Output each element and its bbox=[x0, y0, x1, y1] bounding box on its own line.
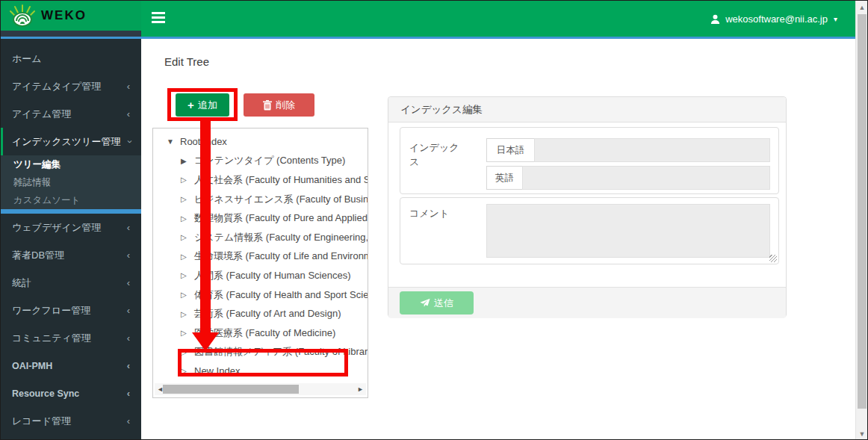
sidebar-item-home[interactable]: ホーム bbox=[1, 45, 141, 72]
logo[interactable]: WEKO bbox=[1, 1, 141, 31]
sidebar-item-indextree[interactable]: インデックスツリー管理 ‹ bbox=[1, 128, 141, 155]
expander-closed-icon[interactable]: ▷ bbox=[181, 252, 194, 261]
sidebar-item-itemtype[interactable]: アイテムタイプ管理 ‹ bbox=[1, 72, 141, 100]
trash-icon bbox=[263, 100, 272, 111]
delete-index-button[interactable]: 削除 bbox=[244, 93, 314, 117]
chevron-left-icon: ‹ bbox=[127, 222, 130, 233]
expander-closed-icon[interactable]: ▷ bbox=[181, 233, 194, 241]
user-menu[interactable]: wekosoftware@nii.ac.jp ▾ bbox=[710, 1, 837, 37]
add-button-label: 追加 bbox=[198, 99, 217, 112]
tree-item-new-index[interactable]: ▷New Index bbox=[153, 362, 368, 381]
subitem-label: ツリー編集 bbox=[13, 158, 61, 171]
tree-item[interactable]: ▷図書館情報メディア系 (Faculty of Library, Informa… bbox=[153, 343, 368, 362]
comment-textarea[interactable] bbox=[486, 204, 770, 258]
expander-closed-icon[interactable]: ▷ bbox=[181, 348, 194, 356]
scrollbar-thumb[interactable] bbox=[163, 385, 299, 394]
expander-closed-icon[interactable]: ▷ bbox=[181, 271, 194, 279]
add-index-button[interactable]: + 追加 bbox=[176, 93, 229, 117]
weko-logo-icon bbox=[10, 4, 35, 27]
tree-item[interactable]: ▷システム情報系 (Faculty of Engineering, Inform… bbox=[153, 228, 368, 247]
tree-item-label: 図書館情報メディア系 (Faculty of Library, Informat… bbox=[194, 345, 368, 359]
sidebar-item-label: ホーム bbox=[12, 52, 42, 66]
chevron-left-icon: ‹ bbox=[127, 250, 130, 261]
tree-item[interactable]: ▶コンテンツタイプ (Contents Type) bbox=[153, 152, 368, 171]
sidebar-subitem-custom-sort[interactable]: カスタムソート bbox=[1, 191, 141, 209]
sidebar-item-items[interactable]: アイテム管理 ‹ bbox=[1, 100, 141, 128]
tree-item-root[interactable]: ▼Root Index bbox=[153, 132, 368, 152]
edit-panel-title: インデックス編集 bbox=[388, 97, 786, 123]
sidebar-item-label: レコード管理 bbox=[12, 415, 71, 428]
sidebar-item-label: ワークフロー管理 bbox=[12, 304, 90, 317]
expander-closed-icon[interactable]: ▷ bbox=[181, 329, 194, 337]
tree-item[interactable]: ▷人文社会系 (Faculty of Humanities and Social… bbox=[153, 170, 368, 190]
delete-button-label: 削除 bbox=[276, 99, 295, 112]
comment-field-label: コメント bbox=[409, 207, 465, 221]
submit-button-label: 送信 bbox=[434, 297, 453, 310]
sidebar-nav: ホーム アイテムタイプ管理 ‹ アイテム管理 ‹ インデックスツリー管理 ‹ ツ… bbox=[1, 39, 141, 440]
index-name-ja-input[interactable] bbox=[534, 138, 770, 162]
sidebar-item-authordb[interactable]: 著者DB管理 ‹ bbox=[1, 241, 141, 269]
expander-open-icon[interactable]: ▼ bbox=[167, 137, 180, 146]
tree-item[interactable]: ▷体育系 (Faculty of Health and Sport Scienc… bbox=[153, 285, 368, 305]
expander-closed-icon[interactable]: ▷ bbox=[181, 310, 194, 318]
sidebar-item-workflow[interactable]: ワークフロー管理 ‹ bbox=[1, 297, 141, 324]
tree-horizontal-scrollbar[interactable]: ◄ ► bbox=[155, 383, 366, 395]
expander-closed-icon[interactable]: ▷ bbox=[181, 195, 194, 203]
tree-item[interactable]: ▷数理物質系 (Faculty of Pure and Applied Scie… bbox=[153, 208, 368, 228]
tree-item[interactable]: ▷人間系 (Faculty of Human Sciences) bbox=[153, 266, 368, 285]
expander-closed-icon[interactable]: ▶ bbox=[181, 157, 194, 165]
expander-closed-icon[interactable]: ▷ bbox=[181, 367, 194, 375]
expander-closed-icon[interactable]: ▷ bbox=[181, 214, 194, 223]
sidebar-item-community[interactable]: コミュニティ管理 ‹ bbox=[1, 324, 141, 352]
tree-item-label: 人間系 (Faculty of Human Sciences) bbox=[194, 269, 351, 282]
scroll-right-icon[interactable]: ► bbox=[357, 385, 364, 393]
tree-item[interactable]: ▷医学医療系 (Faculty of Medicine) bbox=[153, 323, 368, 343]
tree-item[interactable]: ▷芸術系 (Faculty of Art and Design) bbox=[153, 304, 368, 323]
page-vertical-scrollbar[interactable]: ▲ ▼ bbox=[855, 1, 867, 440]
lang-en-addon: 英語 bbox=[486, 166, 522, 190]
sidebar-item-resourcesync[interactable]: Resource Sync ‹ bbox=[1, 379, 141, 407]
sidebar-item-oaipmh[interactable]: OAI-PMH ‹ bbox=[1, 352, 141, 379]
tree-item-label: システム情報系 (Faculty of Engineering, Informa… bbox=[194, 231, 368, 244]
tree-item-label: ビジネスサイエンス系 (Faculty of Business Sciences… bbox=[194, 193, 368, 206]
chevron-left-icon: ‹ bbox=[127, 332, 130, 344]
expander-closed-icon[interactable]: ▷ bbox=[181, 176, 194, 184]
menu-toggle-icon[interactable] bbox=[152, 12, 167, 25]
chevron-left-icon: ‹ bbox=[127, 81, 130, 92]
index-name-fieldset: インデックス 日本語 英語 bbox=[400, 127, 779, 194]
scroll-down-icon[interactable]: ▼ bbox=[856, 430, 868, 438]
tree-item[interactable]: ▷生命環境系 (Faculty of Life and Environmenta… bbox=[153, 247, 368, 267]
caret-down-icon: ▾ bbox=[834, 15, 837, 23]
tree-item-label: 芸術系 (Faculty of Art and Design) bbox=[194, 307, 341, 320]
tree-item-label: 数理物質系 (Faculty of Pure and Applied Scien… bbox=[194, 211, 368, 225]
tree-item[interactable]: ▷ビジネスサイエンス系 (Faculty of Business Science… bbox=[153, 190, 368, 209]
sidebar-subitem-journal-info[interactable]: 雑誌情報 bbox=[1, 173, 141, 191]
sidebar-subitem-tree-edit[interactable]: ツリー編集 bbox=[1, 155, 141, 173]
sidebar-item-webdesign[interactable]: ウェブデザイン管理 ‹ bbox=[1, 214, 141, 241]
sidebar-item-label: インデックスツリー管理 bbox=[12, 135, 120, 149]
tree-item-label: 生命環境系 (Faculty of Life and Environmental… bbox=[194, 250, 368, 263]
tree-item-label: 人文社会系 (Faculty of Humanities and Social … bbox=[194, 173, 368, 187]
textarea-resize-handle[interactable] bbox=[769, 255, 777, 262]
tree-item-label: New Index bbox=[194, 365, 240, 377]
comment-fieldset: コメント bbox=[400, 197, 779, 264]
subitem-label: 雑誌情報 bbox=[13, 176, 51, 189]
submit-button[interactable]: 送信 bbox=[400, 291, 474, 314]
tree-item-label: 医学医療系 (Faculty of Medicine) bbox=[194, 326, 335, 340]
scroll-up-icon[interactable]: ▲ bbox=[856, 4, 868, 11]
chevron-left-icon: ‹ bbox=[127, 108, 130, 120]
index-field-label: インデックス bbox=[409, 141, 465, 170]
sidebar-item-label: ウェブデザイン管理 bbox=[12, 221, 101, 235]
edit-panel-footer: 送信 bbox=[388, 287, 786, 318]
chevron-left-icon: ‹ bbox=[127, 277, 130, 288]
weko-admin-screen: wekosoftware@nii.ac.jp ▾ WEKO ホーム アイテムタイ… bbox=[0, 0, 868, 440]
logo-text: WEKO bbox=[41, 8, 87, 23]
logo-underline bbox=[1, 31, 141, 37]
chevron-left-icon: ‹ bbox=[127, 360, 130, 371]
sidebar-item-records[interactable]: レコード管理 ‹ bbox=[1, 407, 141, 435]
index-name-en-input[interactable] bbox=[522, 166, 770, 190]
scrollbar-thumb[interactable] bbox=[858, 14, 867, 409]
sidebar-item-stats[interactable]: 統計 ‹ bbox=[1, 269, 141, 297]
chevron-left-icon: ‹ bbox=[127, 415, 130, 427]
expander-closed-icon[interactable]: ▷ bbox=[181, 291, 194, 299]
